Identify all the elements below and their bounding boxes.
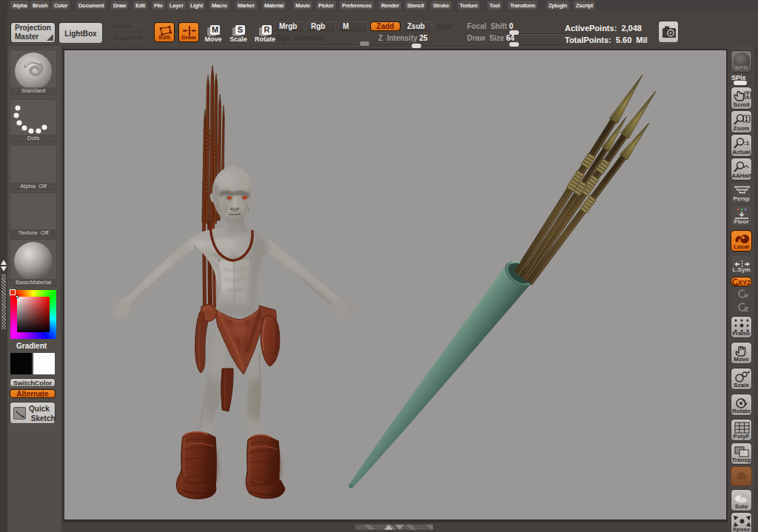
svg-text:XYZ: XYZ xyxy=(738,279,751,286)
svg-text:Y: Y xyxy=(745,292,749,300)
svg-text::1: :1 xyxy=(744,140,750,147)
svg-text:Z: Z xyxy=(745,306,749,313)
